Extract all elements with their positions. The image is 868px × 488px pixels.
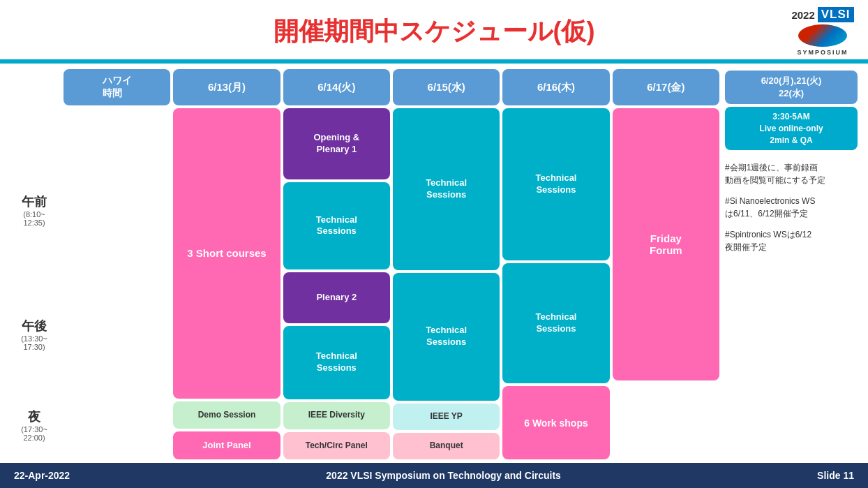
col5-yoru-empty (613, 383, 719, 459)
online-box: 3:30-5AM Live online-only 2min & QA (725, 107, 858, 150)
yoru-label: 夜 (28, 408, 40, 425)
schedule-grid: ハワイ 時間 6/13(月) 6/14(火) 6/15(水) 6/16(木) 6… (63, 69, 719, 459)
time-rows: 午前 (8:10~ 12:35) 午後 (13:30~ 17:30) 夜 (17… (10, 142, 58, 459)
gozen-label: 午前 (22, 193, 47, 210)
footer-date: 22-Apr-2022 (14, 470, 70, 481)
tech-sessions-col2-gozen: Technical Sessions (283, 182, 390, 269)
yoru-time-row: 夜 (17:30~ 22:00) (10, 391, 58, 459)
tech-sessions-col3-gozen: Technical Sessions (393, 108, 500, 270)
day3-header: 6/15(水) (393, 69, 500, 105)
logo-area: 2022 VLSI SYMPOSIUM (791, 7, 854, 56)
day1-header: 6/13(月) (173, 69, 280, 105)
schedule-body: 3 Short courses Demo Session Joint Panel… (63, 108, 719, 459)
day5-header: 6/17(金) (613, 69, 719, 105)
tech-circ-panel-cell: Tech/Circ Panel (283, 432, 390, 459)
logo-symposium-text: SYMPOSIUM (797, 49, 848, 56)
col-6-17: Friday Forum (613, 108, 719, 459)
note-3: #Spintronics WSは6/12 夜開催予定 (725, 228, 858, 253)
gozen-time-row: 午前 (8:10~ 12:35) (10, 142, 58, 279)
demo-session-cell: Demo Session (173, 401, 280, 429)
vlsi-logo: VLSI (818, 7, 854, 22)
banquet-cell: Banquet (393, 433, 500, 459)
col1-yoru: Demo Session Joint Panel (173, 401, 280, 459)
opening-plenary-cell: Opening & Plenary 1 (283, 108, 390, 179)
friday-forum-cell: Friday Forum (613, 108, 719, 380)
col2-gogo: Plenary 2 Technical Sessions (283, 272, 390, 399)
slide-container: 開催期間中スケジュール(仮) 2022 VLSI SYMPOSIUM 午前 (8… (0, 0, 868, 488)
col2-gozen: Opening & Plenary 1 Technical Sessions (283, 108, 390, 269)
col3-yoru: IEEE YP Banquet (393, 404, 500, 459)
tech-sessions-col4-gozen: Technical Sessions (502, 108, 609, 260)
ieee-yp-cell: IEEE YP (393, 404, 500, 430)
hawaii-col (63, 108, 170, 459)
col-6-14: Opening & Plenary 1 Technical Sessions P… (283, 108, 390, 459)
gogo-label: 午後 (22, 318, 47, 334)
plenary2-cell: Plenary 2 (283, 272, 390, 323)
main-content: 午前 (8:10~ 12:35) 午後 (13:30~ 17:30) 夜 (17… (0, 64, 868, 463)
logo-year: 2022 (791, 9, 814, 21)
col2-yoru: IEEE Diversity Tech/Circ Panel (283, 402, 390, 460)
right-notes: 6/20(月),21(火) 22(水) 3:30-5AM Live online… (725, 69, 858, 459)
note-2: #Si Nanoelectronics WS は6/11、6/12開催予定 (725, 195, 858, 220)
short-courses-cell: 3 Short courses (173, 108, 280, 399)
day4-header: 6/16(木) (502, 69, 609, 105)
footer-title: 2022 VLSI Symposium on Technology and Ci… (326, 470, 561, 481)
footer-slide: Slide 11 (817, 470, 854, 481)
yoru-sub-label: (17:30~ 22:00) (21, 425, 47, 442)
right-date-box: 6/20(月),21(火) 22(水) (725, 71, 858, 104)
day2-header: 6/14(火) (283, 69, 390, 105)
workshops-cell: 6 Work shops (502, 386, 609, 459)
time-labels-col: 午前 (8:10~ 12:35) 午後 (13:30~ 17:30) 夜 (17… (10, 69, 58, 459)
ieee-diversity-cell: IEEE Diversity (283, 402, 390, 429)
day-headers-row: ハワイ 時間 6/13(月) 6/14(火) 6/15(水) 6/16(木) 6… (63, 69, 719, 105)
col-6-13: 3 Short courses Demo Session Joint Panel (173, 108, 280, 459)
note-1: #会期1週後に、事前録画 動画を閲覧可能にする予定 (725, 161, 858, 186)
logo-graphic (798, 24, 847, 47)
gogo-sub-label: (13:30~ 17:30) (21, 334, 47, 351)
col-6-15: Technical Sessions Technical Sessions IE… (393, 108, 500, 459)
hawaii-header: ハワイ 時間 (63, 69, 170, 105)
tech-sessions-col4-gogo: Technical Sessions (502, 263, 609, 384)
gozen-sub-label: (8:10~ 12:35) (23, 210, 45, 227)
gogo-time-row: 午後 (13:30~ 17:30) (10, 281, 58, 389)
footer: 22-Apr-2022 2022 VLSI Symposium on Techn… (0, 463, 868, 488)
right-top-section: 6/20(月),21(火) 22(水) 3:30-5AM Live online… (725, 71, 858, 150)
joint-panel-cell: Joint Panel (173, 431, 280, 459)
tech-sessions-col3-gogo: Technical Sessions (393, 273, 500, 401)
slide-title: 開催期間中スケジュール(仮) (77, 15, 791, 49)
col-6-16: Technical Sessions Technical Sessions 6 … (502, 108, 609, 459)
tech-sessions-col2-gogo: Technical Sessions (283, 326, 390, 399)
header: 開催期間中スケジュール(仮) 2022 VLSI SYMPOSIUM (0, 0, 868, 61)
